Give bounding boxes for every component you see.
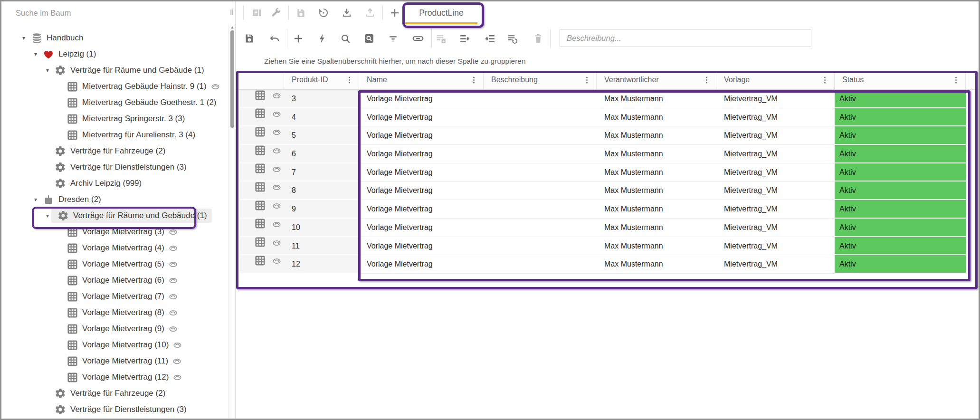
tree-item[interactable]: Verträge für Dienstleistungen (3): [1, 401, 228, 418]
tree-item[interactable]: ▾ Dresden (2): [1, 191, 228, 208]
cell-status[interactable]: Aktiv: [835, 145, 966, 163]
column-header-vorlage[interactable]: Vorlage: [716, 70, 835, 89]
tab-productline[interactable]: ProductLine: [408, 3, 475, 22]
cell-beschreibung[interactable]: [484, 219, 597, 237]
expand-arrow-icon[interactable]: ▾: [30, 51, 41, 57]
tree-item[interactable]: Archiv Leipzig (999): [1, 175, 228, 191]
tree-item[interactable]: ▾ Handbuch: [1, 30, 228, 46]
cell-verantwortlicher[interactable]: Max Mustermann: [597, 90, 716, 108]
cell-produkt-id[interactable]: 9: [284, 200, 359, 219]
quick-action-icon[interactable]: [312, 28, 333, 49]
cell-vorlage[interactable]: Mietvertrag_VM: [716, 219, 835, 237]
tree-item[interactable]: Vorlage Mietvertrag (5): [1, 256, 228, 272]
add-tab-icon[interactable]: [385, 3, 404, 22]
tree-item[interactable]: Mietvertrag Springerstr. 3 (3): [1, 111, 228, 127]
row-marker-cell[interactable]: [240, 90, 284, 108]
cell-vorlage[interactable]: Mietvertrag_VM: [716, 90, 835, 108]
cell-vorlage[interactable]: Mietvertrag_VM: [716, 108, 835, 127]
tree-item[interactable]: Mietvertrag für Aurelienstr. 3 (4): [1, 127, 228, 143]
cell-produkt-id[interactable]: 11: [284, 237, 359, 256]
rows-history-icon[interactable]: [502, 28, 523, 49]
splitter-handle[interactable]: ‖: [230, 8, 234, 18]
expand-arrow-icon[interactable]: ▾: [30, 196, 41, 203]
restore-history-icon[interactable]: [314, 3, 333, 22]
cell-beschreibung[interactable]: [484, 181, 597, 200]
row-marker-cell[interactable]: [240, 255, 284, 274]
table-row[interactable]: 12 Vorlage Mietvertrag Max Mustermann Mi…: [236, 255, 979, 274]
row-marker-cell[interactable]: [240, 163, 284, 182]
expand-arrow-icon[interactable]: ▾: [18, 35, 29, 41]
cell-name[interactable]: Vorlage Mietvertrag: [359, 90, 484, 108]
column-header-beschreibung[interactable]: Beschreibung: [484, 70, 597, 89]
cell-beschreibung[interactable]: [484, 126, 597, 145]
cell-verantwortlicher[interactable]: Max Mustermann: [597, 200, 716, 219]
save-icon[interactable]: [239, 28, 260, 49]
cell-name[interactable]: Vorlage Mietvertrag: [359, 126, 484, 145]
cell-vorlage[interactable]: Mietvertrag_VM: [716, 181, 835, 200]
cell-name[interactable]: Vorlage Mietvertrag: [359, 219, 484, 237]
add-row-icon[interactable]: [288, 28, 309, 49]
undo-icon[interactable]: [264, 28, 285, 49]
tree-item[interactable]: Verträge für Dienstleistungen (3): [1, 159, 228, 175]
tree-item[interactable]: Vorlage Mietvertrag (11): [1, 353, 228, 369]
search-icon[interactable]: [335, 28, 356, 49]
cell-verantwortlicher[interactable]: Max Mustermann: [597, 108, 716, 127]
row-marker-cell[interactable]: [240, 145, 284, 163]
cell-vorlage[interactable]: Mietvertrag_VM: [716, 255, 835, 274]
table-row[interactable]: 7 Vorlage Mietvertrag Max Mustermann Mie…: [236, 163, 979, 182]
tree-item[interactable]: Vorlage Mietvertrag (12): [1, 369, 228, 385]
tree-item[interactable]: Mietvertrag Gebäude Goethestr. 1 (2): [1, 95, 228, 111]
cell-status[interactable]: Aktiv: [835, 90, 966, 108]
outdent-icon[interactable]: [454, 28, 475, 49]
cell-produkt-id[interactable]: 8: [284, 181, 359, 200]
cell-vorlage[interactable]: Mietvertrag_VM: [716, 200, 835, 219]
cell-beschreibung[interactable]: [484, 108, 597, 127]
column-menu-icon[interactable]: [468, 74, 479, 86]
table-row[interactable]: 5 Vorlage Mietvertrag Max Mustermann Mie…: [236, 126, 979, 145]
cell-vorlage[interactable]: Mietvertrag_VM: [716, 237, 835, 256]
cell-name[interactable]: Vorlage Mietvertrag: [359, 255, 484, 274]
cell-status[interactable]: Aktiv: [835, 219, 966, 237]
column-menu-icon[interactable]: [950, 74, 961, 86]
cell-verantwortlicher[interactable]: Max Mustermann: [597, 181, 716, 200]
cell-name[interactable]: Vorlage Mietvertrag: [359, 145, 484, 163]
tree-item[interactable]: Vorlage Mietvertrag (6): [1, 272, 228, 288]
row-marker-cell[interactable]: [240, 200, 284, 219]
column-menu-icon[interactable]: [343, 74, 355, 86]
cell-vorlage[interactable]: Mietvertrag_VM: [716, 126, 835, 145]
table-row[interactable]: 8 Vorlage Mietvertrag Max Mustermann Mie…: [236, 181, 979, 200]
row-marker-cell[interactable]: [240, 219, 284, 237]
tree-item[interactable]: Vorlage Mietvertrag (3): [1, 224, 228, 240]
cell-name[interactable]: Vorlage Mietvertrag: [359, 237, 484, 256]
cell-status[interactable]: Aktiv: [835, 255, 966, 274]
tree-item[interactable]: ▾ Verträge für Räume und Gebäude (1): [1, 62, 228, 78]
cell-produkt-id[interactable]: 5: [284, 126, 359, 145]
expand-arrow-icon[interactable]: ▾: [42, 67, 53, 74]
scrollbar-thumb[interactable]: [230, 30, 234, 128]
cell-status[interactable]: Aktiv: [835, 108, 966, 127]
cell-beschreibung[interactable]: [484, 255, 597, 274]
cell-verantwortlicher[interactable]: Max Mustermann: [597, 126, 716, 145]
tree-item[interactable]: ▾ Leipzig (1): [1, 46, 228, 62]
tree-item[interactable]: Vorlage Mietvertrag (9): [1, 321, 228, 337]
row-marker-cell[interactable]: [240, 181, 284, 200]
link-icon[interactable]: [408, 28, 428, 49]
filter-icon[interactable]: [382, 28, 403, 49]
cell-status[interactable]: Aktiv: [835, 163, 966, 182]
tree-item[interactable]: Verträge für Fahrzeuge (2): [1, 143, 228, 159]
cell-name[interactable]: Vorlage Mietvertrag: [359, 200, 484, 219]
column-header-status[interactable]: Status: [835, 70, 966, 89]
cell-name[interactable]: Vorlage Mietvertrag: [359, 181, 484, 200]
cell-beschreibung[interactable]: [484, 237, 597, 256]
cell-verantwortlicher[interactable]: Max Mustermann: [597, 255, 716, 274]
cell-status[interactable]: Aktiv: [835, 200, 966, 219]
cell-produkt-id[interactable]: 4: [284, 108, 359, 127]
download-icon[interactable]: [337, 3, 356, 22]
column-menu-icon[interactable]: [701, 74, 712, 86]
cell-verantwortlicher[interactable]: Max Mustermann: [597, 237, 716, 256]
table-row[interactable]: 4 Vorlage Mietvertrag Max Mustermann Mie…: [236, 108, 979, 127]
panel-list-icon[interactable]: [247, 3, 266, 22]
cell-beschreibung[interactable]: [484, 163, 597, 182]
save-icon[interactable]: [291, 3, 310, 22]
tree-item[interactable]: Vorlage Mietvertrag (7): [1, 288, 228, 305]
